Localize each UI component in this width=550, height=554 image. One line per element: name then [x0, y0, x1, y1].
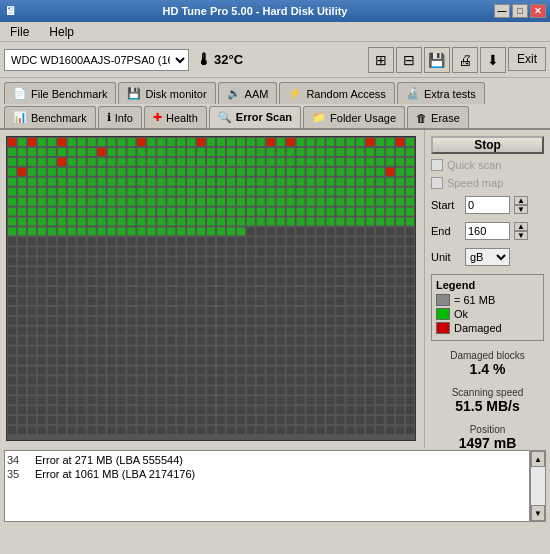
legend-item-ok: Ok: [436, 308, 539, 320]
info-icon: ℹ: [107, 111, 111, 124]
toolbar: WDC WD1600AAJS-07PSA0 (160 gB) 🌡 32°C ⊞ …: [0, 42, 550, 78]
folder-usage-icon: 📁: [312, 111, 326, 124]
temperature-display: 🌡 32°C: [197, 49, 243, 71]
end-row: End ▲ ▼: [431, 222, 544, 240]
error-log: 34 Error at 271 MB (LBA 555544) 35 Error…: [4, 450, 530, 522]
error-scan-icon: 🔍: [218, 111, 232, 124]
unit-row: Unit gB MB: [431, 248, 544, 266]
legend-item-61mb: = 61 MB: [436, 294, 539, 306]
speed-map-label: Speed map: [447, 177, 503, 189]
menu-file[interactable]: File: [4, 23, 35, 41]
close-button[interactable]: ✕: [530, 4, 546, 18]
random-access-icon: ⚡: [288, 87, 302, 100]
legend-title: Legend: [436, 279, 539, 291]
scan-speed-value: 51.5 MB/s: [431, 398, 544, 414]
scroll-track: [531, 467, 545, 505]
tab-random-access[interactable]: ⚡ Random Access: [279, 82, 394, 104]
end-up-arrow[interactable]: ▲: [514, 222, 528, 231]
scan-grid-canvas: [7, 137, 415, 440]
tab-health[interactable]: ✚ Health: [144, 106, 207, 128]
start-spin-arrows: ▲ ▼: [514, 196, 528, 214]
quick-scan-row: Quick scan: [431, 158, 544, 172]
legend-label-61mb: = 61 MB: [454, 294, 495, 306]
start-row: Start ▲ ▼: [431, 196, 544, 214]
start-input[interactable]: [465, 196, 510, 214]
damaged-blocks-section: Damaged blocks 1.4 %: [431, 350, 544, 377]
scan-grid-container: [6, 136, 416, 441]
scan-area: [0, 130, 425, 448]
error-text: Error at 271 MB (LBA 555544): [35, 454, 183, 466]
toolbar-icon-1[interactable]: ⊞: [368, 47, 394, 73]
drive-selector[interactable]: WDC WD1600AAJS-07PSA0 (160 gB): [4, 49, 189, 71]
tab-aam[interactable]: 🔊 AAM: [218, 82, 278, 104]
end-spin-arrows: ▲ ▼: [514, 222, 528, 240]
error-log-container: 34 Error at 271 MB (LBA 555544) 35 Error…: [4, 450, 546, 522]
damaged-blocks-value: 1.4 %: [431, 361, 544, 377]
scan-speed-label: Scanning speed: [431, 387, 544, 398]
tab-extra-tests[interactable]: 🔬 Extra tests: [397, 82, 485, 104]
file-benchmark-icon: 📄: [13, 87, 27, 100]
minimize-button[interactable]: —: [494, 4, 510, 18]
legend-color-green: [436, 308, 450, 320]
toolbar-icon-3[interactable]: 💾: [424, 47, 450, 73]
stop-button[interactable]: Stop: [431, 136, 544, 154]
right-panel: Stop Quick scan Speed map Start ▲ ▼ End …: [425, 130, 550, 448]
tab-benchmark[interactable]: 📊 Benchmark: [4, 106, 96, 128]
error-num: 35: [7, 468, 27, 480]
end-down-arrow[interactable]: ▼: [514, 231, 528, 240]
toolbar-icons: ⊞ ⊟ 💾 🖨 ⬇ Exit: [368, 47, 546, 73]
position-section: Position 1497 mB: [431, 424, 544, 451]
legend-label-ok: Ok: [454, 308, 468, 320]
tabs-row2: 📊 Benchmark ℹ Info ✚ Health 🔍 Error Scan…: [0, 104, 550, 130]
error-text: Error at 1061 MB (LBA 2174176): [35, 468, 195, 480]
quick-scan-label: Quick scan: [447, 159, 501, 171]
legend-color-gray: [436, 294, 450, 306]
aam-icon: 🔊: [227, 87, 241, 100]
tab-erase[interactable]: 🗑 Erase: [407, 106, 469, 128]
log-scrollbar: ▲ ▼: [530, 450, 546, 522]
maximize-button[interactable]: □: [512, 4, 528, 18]
scroll-up-button[interactable]: ▲: [531, 451, 545, 467]
tab-file-benchmark[interactable]: 📄 File Benchmark: [4, 82, 116, 104]
benchmark-icon: 📊: [13, 111, 27, 124]
scroll-down-button[interactable]: ▼: [531, 505, 545, 521]
legend-label-damaged: Damaged: [454, 322, 502, 334]
unit-label: Unit: [431, 251, 461, 263]
position-label: Position: [431, 424, 544, 435]
exit-button[interactable]: Exit: [508, 47, 546, 71]
thermometer-icon: 🌡: [197, 49, 211, 71]
quick-scan-checkbox: [431, 159, 443, 171]
toolbar-icon-4[interactable]: 🖨: [452, 47, 478, 73]
window-title: HD Tune Pro 5.00 - Hard Disk Utility: [162, 5, 347, 17]
end-label: End: [431, 225, 461, 237]
legend-item-damaged: Damaged: [436, 322, 539, 334]
tab-disk-monitor[interactable]: 💾 Disk monitor: [118, 82, 215, 104]
health-icon: ✚: [153, 111, 162, 124]
toolbar-icon-5[interactable]: ⬇: [480, 47, 506, 73]
disk-monitor-icon: 💾: [127, 87, 141, 100]
start-down-arrow[interactable]: ▼: [514, 205, 528, 214]
damaged-blocks-label: Damaged blocks: [431, 350, 544, 361]
speed-map-row: Speed map: [431, 176, 544, 190]
table-row: 34 Error at 271 MB (LBA 555544): [7, 453, 527, 467]
unit-selector[interactable]: gB MB: [465, 248, 510, 266]
erase-icon: 🗑: [416, 112, 427, 124]
end-input[interactable]: [465, 222, 510, 240]
extra-tests-icon: 🔬: [406, 87, 420, 100]
tab-error-scan[interactable]: 🔍 Error Scan: [209, 106, 301, 128]
tab-info[interactable]: ℹ Info: [98, 106, 142, 128]
temperature-value: 32°C: [214, 52, 243, 67]
start-up-arrow[interactable]: ▲: [514, 196, 528, 205]
scan-speed-section: Scanning speed 51.5 MB/s: [431, 387, 544, 414]
title-bar: 🖥 HD Tune Pro 5.00 - Hard Disk Utility —…: [0, 0, 550, 22]
legend-color-red: [436, 322, 450, 334]
tabs-row1: 📄 File Benchmark 💾 Disk monitor 🔊 AAM ⚡ …: [0, 78, 550, 104]
menu-help[interactable]: Help: [43, 23, 80, 41]
tab-folder-usage[interactable]: 📁 Folder Usage: [303, 106, 405, 128]
position-value: 1497 mB: [431, 435, 544, 451]
start-label: Start: [431, 199, 461, 211]
title-controls: — □ ✕: [494, 4, 546, 18]
speed-map-checkbox: [431, 177, 443, 189]
toolbar-icon-2[interactable]: ⊟: [396, 47, 422, 73]
error-num: 34: [7, 454, 27, 466]
